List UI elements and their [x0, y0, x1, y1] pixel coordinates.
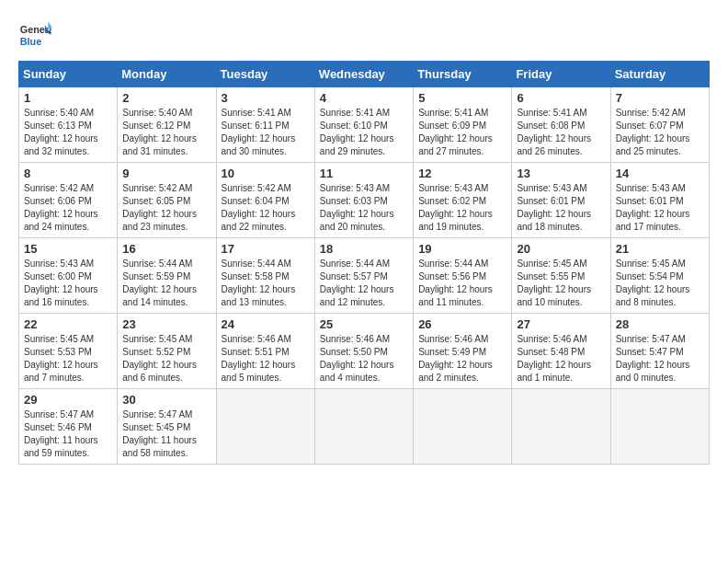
table-row: 7 Sunrise: 5:42 AM Sunset: 6:07 PM Dayli…: [610, 87, 709, 163]
table-row: 2 Sunrise: 5:40 AM Sunset: 6:12 PM Dayli…: [118, 87, 216, 163]
day-info: Sunrise: 5:42 AM Sunset: 6:07 PM Dayligh…: [616, 107, 704, 158]
calendar-table: Sunday Monday Tuesday Wednesday Thursday…: [18, 61, 710, 465]
table-row: 30 Sunrise: 5:47 AM Sunset: 5:45 PM Dayl…: [118, 389, 216, 465]
table-row: 5 Sunrise: 5:41 AM Sunset: 6:09 PM Dayli…: [414, 87, 512, 163]
logo-icon: General Blue: [18, 18, 51, 52]
day-number: 24: [222, 317, 310, 331]
table-row: 20 Sunrise: 5:45 AM Sunset: 5:55 PM Dayl…: [512, 238, 610, 314]
table-row: 15 Sunrise: 5:43 AM Sunset: 6:00 PM Dayl…: [19, 238, 118, 314]
header-saturday: Saturday: [610, 62, 709, 87]
day-number: 21: [616, 242, 704, 256]
table-row: [512, 389, 610, 465]
table-row: 19 Sunrise: 5:44 AM Sunset: 5:56 PM Dayl…: [414, 238, 512, 314]
day-info: Sunrise: 5:42 AM Sunset: 6:04 PM Dayligh…: [222, 182, 310, 234]
day-number: 15: [24, 242, 112, 256]
logo: General Blue: [18, 18, 55, 52]
day-info: Sunrise: 5:46 AM Sunset: 5:49 PM Dayligh…: [418, 333, 506, 385]
table-row: 13 Sunrise: 5:43 AM Sunset: 6:01 PM Dayl…: [512, 163, 610, 238]
day-info: Sunrise: 5:46 AM Sunset: 5:50 PM Dayligh…: [320, 333, 408, 385]
table-row: 4 Sunrise: 5:41 AM Sunset: 6:10 PM Dayli…: [314, 87, 413, 163]
day-info: Sunrise: 5:44 AM Sunset: 5:58 PM Dayligh…: [222, 258, 310, 309]
day-info: Sunrise: 5:43 AM Sunset: 6:01 PM Dayligh…: [517, 182, 605, 234]
day-number: 22: [24, 317, 112, 331]
day-number: 25: [320, 317, 408, 331]
day-number: 28: [616, 317, 704, 331]
day-info: Sunrise: 5:41 AM Sunset: 6:08 PM Dayligh…: [517, 107, 605, 158]
day-number: 16: [122, 242, 210, 256]
table-row: 6 Sunrise: 5:41 AM Sunset: 6:08 PM Dayli…: [512, 87, 610, 163]
header-tuesday: Tuesday: [216, 62, 314, 87]
day-info: Sunrise: 5:43 AM Sunset: 6:02 PM Dayligh…: [418, 182, 506, 234]
day-info: Sunrise: 5:44 AM Sunset: 5:57 PM Dayligh…: [320, 258, 408, 309]
table-row: 26 Sunrise: 5:46 AM Sunset: 5:49 PM Dayl…: [414, 314, 512, 389]
day-info: Sunrise: 5:47 AM Sunset: 5:47 PM Dayligh…: [616, 333, 704, 385]
calendar-week-row: 15 Sunrise: 5:43 AM Sunset: 6:00 PM Dayl…: [19, 238, 710, 314]
day-number: 19: [418, 242, 506, 256]
header: General Blue: [18, 18, 710, 52]
table-row: [216, 389, 314, 465]
table-row: 23 Sunrise: 5:45 AM Sunset: 5:52 PM Dayl…: [118, 314, 216, 389]
day-info: Sunrise: 5:43 AM Sunset: 6:03 PM Dayligh…: [320, 182, 408, 234]
day-info: Sunrise: 5:47 AM Sunset: 5:45 PM Dayligh…: [122, 408, 210, 460]
day-info: Sunrise: 5:42 AM Sunset: 6:06 PM Dayligh…: [24, 182, 112, 234]
table-row: 1 Sunrise: 5:40 AM Sunset: 6:13 PM Dayli…: [19, 87, 118, 163]
table-row: 27 Sunrise: 5:46 AM Sunset: 5:48 PM Dayl…: [512, 314, 610, 389]
header-wednesday: Wednesday: [314, 62, 413, 87]
table-row: 14 Sunrise: 5:43 AM Sunset: 6:01 PM Dayl…: [610, 163, 709, 238]
day-info: Sunrise: 5:44 AM Sunset: 5:59 PM Dayligh…: [122, 258, 210, 309]
table-row: 21 Sunrise: 5:45 AM Sunset: 5:54 PM Dayl…: [610, 238, 709, 314]
table-row: 22 Sunrise: 5:45 AM Sunset: 5:53 PM Dayl…: [19, 314, 118, 389]
header-thursday: Thursday: [414, 62, 512, 87]
day-number: 20: [517, 242, 605, 256]
day-info: Sunrise: 5:41 AM Sunset: 6:09 PM Dayligh…: [418, 107, 506, 158]
weekday-header-row: Sunday Monday Tuesday Wednesday Thursday…: [19, 62, 710, 87]
day-number: 9: [122, 167, 210, 180]
calendar-week-row: 8 Sunrise: 5:42 AM Sunset: 6:06 PM Dayli…: [19, 163, 710, 238]
table-row: 18 Sunrise: 5:44 AM Sunset: 5:57 PM Dayl…: [314, 238, 413, 314]
calendar-week-row: 29 Sunrise: 5:47 AM Sunset: 5:46 PM Dayl…: [19, 389, 710, 465]
calendar-week-row: 22 Sunrise: 5:45 AM Sunset: 5:53 PM Dayl…: [19, 314, 710, 389]
day-number: 6: [517, 91, 605, 105]
day-info: Sunrise: 5:43 AM Sunset: 6:01 PM Dayligh…: [616, 182, 704, 234]
day-info: Sunrise: 5:46 AM Sunset: 5:51 PM Dayligh…: [222, 333, 310, 385]
table-row: 8 Sunrise: 5:42 AM Sunset: 6:06 PM Dayli…: [19, 163, 118, 238]
calendar-week-row: 1 Sunrise: 5:40 AM Sunset: 6:13 PM Dayli…: [19, 87, 710, 163]
table-row: 24 Sunrise: 5:46 AM Sunset: 5:51 PM Dayl…: [216, 314, 314, 389]
day-number: 27: [517, 317, 605, 331]
table-row: 29 Sunrise: 5:47 AM Sunset: 5:46 PM Dayl…: [19, 389, 118, 465]
table-row: 11 Sunrise: 5:43 AM Sunset: 6:03 PM Dayl…: [314, 163, 413, 238]
day-info: Sunrise: 5:45 AM Sunset: 5:53 PM Dayligh…: [24, 333, 112, 385]
day-number: 26: [418, 317, 506, 331]
day-info: Sunrise: 5:45 AM Sunset: 5:52 PM Dayligh…: [122, 333, 210, 385]
table-row: [610, 389, 709, 465]
day-number: 18: [320, 242, 408, 256]
day-info: Sunrise: 5:44 AM Sunset: 5:56 PM Dayligh…: [418, 258, 506, 309]
table-row: [414, 389, 512, 465]
day-number: 14: [616, 167, 704, 180]
day-number: 17: [222, 242, 310, 256]
day-number: 5: [418, 91, 506, 105]
day-number: 30: [122, 393, 210, 407]
svg-text:Blue: Blue: [20, 36, 41, 47]
table-row: 25 Sunrise: 5:46 AM Sunset: 5:50 PM Dayl…: [314, 314, 413, 389]
day-number: 3: [222, 91, 310, 105]
day-number: 2: [122, 91, 210, 105]
table-row: 9 Sunrise: 5:42 AM Sunset: 6:05 PM Dayli…: [118, 163, 216, 238]
day-info: Sunrise: 5:40 AM Sunset: 6:12 PM Dayligh…: [122, 107, 210, 158]
header-friday: Friday: [512, 62, 610, 87]
table-row: 10 Sunrise: 5:42 AM Sunset: 6:04 PM Dayl…: [216, 163, 314, 238]
header-sunday: Sunday: [19, 62, 118, 87]
table-row: 28 Sunrise: 5:47 AM Sunset: 5:47 PM Dayl…: [610, 314, 709, 389]
day-info: Sunrise: 5:46 AM Sunset: 5:48 PM Dayligh…: [517, 333, 605, 385]
day-number: 12: [418, 167, 506, 180]
day-number: 7: [616, 91, 704, 105]
table-row: 3 Sunrise: 5:41 AM Sunset: 6:11 PM Dayli…: [216, 87, 314, 163]
table-row: [314, 389, 413, 465]
day-number: 11: [320, 167, 408, 180]
table-row: 16 Sunrise: 5:44 AM Sunset: 5:59 PM Dayl…: [118, 238, 216, 314]
day-info: Sunrise: 5:42 AM Sunset: 6:05 PM Dayligh…: [122, 182, 210, 234]
day-info: Sunrise: 5:45 AM Sunset: 5:54 PM Dayligh…: [616, 258, 704, 309]
day-number: 10: [222, 167, 310, 180]
day-info: Sunrise: 5:47 AM Sunset: 5:46 PM Dayligh…: [24, 408, 112, 460]
day-number: 8: [24, 167, 112, 180]
